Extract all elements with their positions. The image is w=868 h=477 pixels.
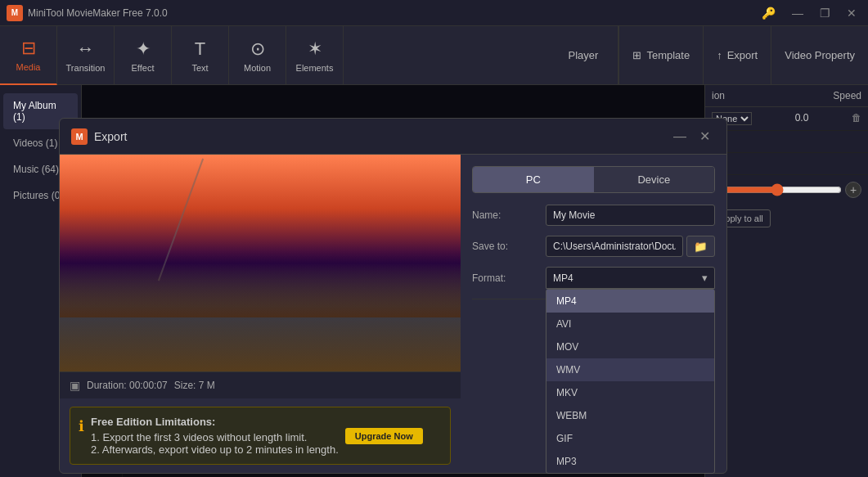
chevron-down-icon: ▾ bbox=[702, 272, 708, 284]
motion-icon: ⊙ bbox=[250, 38, 265, 60]
format-option-gif[interactable]: GIF bbox=[546, 427, 714, 450]
toolbar-motion[interactable]: ⊙ Motion bbox=[229, 26, 286, 85]
right-panel-row-3: 0.0 bbox=[705, 153, 868, 175]
toolbar-export[interactable]: ↑ Export bbox=[703, 26, 771, 84]
content-area: ↩ ↪ + ♪ ▣ Duration: 00:00:07 Size: 7 M + bbox=[82, 85, 704, 477]
app-icon: M bbox=[7, 5, 23, 21]
right-panel-header: ion Speed bbox=[705, 85, 868, 107]
notice-line1: 1. Export the first 3 videos without len… bbox=[91, 431, 339, 443]
toolbar-text[interactable]: T Text bbox=[172, 26, 229, 85]
toolbar-media-label: Media bbox=[16, 62, 41, 72]
format-row: Format: MP4 ▾ MP4 AVI MOV bbox=[472, 267, 715, 289]
modal-form-section: PC Device Name: Save to: bbox=[461, 155, 726, 473]
free-edition-notice: ℹ Free Edition Limitations: 1. Export th… bbox=[70, 407, 451, 465]
save-to-row: Save to: 📁 bbox=[472, 236, 715, 257]
modal-title-bar: M Export — ✕ bbox=[60, 119, 726, 155]
transition-icon: ↔ bbox=[77, 38, 95, 60]
toolbar-effect-label: Effect bbox=[132, 63, 155, 73]
format-selected-value: MP4 bbox=[553, 272, 702, 284]
toolbar-right-area: Player ⊞ Template ↑ Export Video Propert… bbox=[549, 26, 868, 84]
save-to-field: 📁 bbox=[546, 236, 715, 257]
tab-device[interactable]: Device bbox=[594, 167, 715, 192]
format-option-mp3[interactable]: MP3 bbox=[546, 450, 714, 473]
toolbar-template[interactable]: ⊞ Template bbox=[618, 26, 703, 84]
delete-icon[interactable]: 🗑 bbox=[852, 112, 861, 125]
format-option-mov[interactable]: MOV bbox=[546, 335, 714, 358]
modal-close-button[interactable]: ✕ bbox=[695, 127, 715, 146]
info-icon: ▣ bbox=[70, 379, 80, 392]
export-icon: ↑ bbox=[717, 49, 722, 61]
format-dropdown: MP4 AVI MOV WMV MKV WEBM GIF MP3 bbox=[546, 289, 715, 474]
export-tabs: PC Device bbox=[472, 166, 715, 193]
toolbar-transition[interactable]: ↔ Transition bbox=[57, 26, 115, 85]
modal-title: Export bbox=[94, 130, 668, 143]
format-option-webm[interactable]: WEBM bbox=[546, 404, 714, 427]
browse-folder-button[interactable]: 📁 bbox=[686, 236, 715, 257]
preview-duration: Duration: 00:00:07 bbox=[87, 380, 168, 391]
restore-icon[interactable]: ❐ bbox=[815, 5, 835, 21]
format-option-wmv[interactable]: WMV bbox=[546, 358, 714, 381]
name-label: Name: bbox=[472, 209, 546, 221]
main-toolbar: ⊟ Media ↔ Transition ✦ Effect T Text ⊙ M… bbox=[0, 26, 868, 85]
speed-slider-row: + bbox=[705, 175, 868, 205]
media-icon: ⊟ bbox=[21, 38, 36, 59]
template-icon: ⊞ bbox=[632, 49, 641, 61]
modal-body: ▣ Duration: 00:00:07 Size: 7 M ℹ Free Ed… bbox=[60, 155, 726, 473]
minimize-icon[interactable]: — bbox=[787, 5, 808, 21]
main-area: My Album (1) Videos (1) Music (64) Pictu… bbox=[0, 85, 868, 477]
right-panel: ion Speed None 0.0 🗑 0.0 0.0 + Apply to … bbox=[704, 85, 868, 477]
right-panel-col2: Speed bbox=[833, 90, 861, 101]
notice-content: Free Edition Limitations: 1. Export the … bbox=[91, 416, 339, 456]
close-icon[interactable]: ✕ bbox=[842, 5, 861, 21]
format-dropdown-container: MP4 ▾ MP4 AVI MOV WMV MKV bbox=[546, 267, 715, 289]
modal-preview-section: ▣ Duration: 00:00:07 Size: 7 M ℹ Free Ed… bbox=[60, 155, 461, 473]
app-title: MiniTool MovieMaker Free 7.0.0 bbox=[28, 7, 757, 19]
text-icon: T bbox=[195, 38, 205, 60]
toolbar-transition-label: Transition bbox=[66, 63, 106, 73]
settings-icon[interactable]: 🔑 bbox=[757, 5, 780, 21]
format-option-avi[interactable]: AVI bbox=[546, 313, 714, 335]
upgrade-button[interactable]: Upgrade Now bbox=[345, 428, 423, 444]
modal-overlay: M Export — ✕ bbox=[82, 85, 704, 477]
preview-image bbox=[60, 155, 461, 371]
preview-size: Size: 7 M bbox=[174, 380, 215, 391]
window-controls: 🔑 — ❐ ✕ bbox=[757, 5, 861, 21]
format-label: Format: bbox=[472, 272, 546, 284]
speed-slider[interactable] bbox=[712, 183, 842, 196]
add-speed-button[interactable]: + bbox=[845, 182, 861, 198]
modal-minimize-button[interactable]: — bbox=[668, 128, 691, 146]
title-bar: M MiniTool MovieMaker Free 7.0.0 🔑 — ❐ ✕ bbox=[0, 0, 868, 26]
effect-icon: ✦ bbox=[136, 38, 151, 60]
format-select-trigger[interactable]: MP4 ▾ bbox=[546, 267, 715, 289]
name-input[interactable] bbox=[546, 205, 715, 226]
right-panel-row-1: None 0.0 🗑 bbox=[705, 107, 868, 131]
notice-line2: 2. Afterwards, export video up to 2 minu… bbox=[91, 443, 339, 456]
toolbar-text-label: Text bbox=[191, 63, 208, 73]
save-to-input[interactable] bbox=[546, 236, 683, 257]
name-row: Name: bbox=[472, 205, 715, 226]
city-scene bbox=[60, 155, 461, 371]
elements-icon: ✶ bbox=[308, 38, 322, 60]
modal-icon: M bbox=[71, 128, 88, 145]
notice-title: Free Edition Limitations: bbox=[91, 416, 339, 428]
right-panel-speed-1: 0.0 bbox=[795, 112, 809, 125]
toolbar-motion-label: Motion bbox=[244, 63, 271, 73]
toolbar-media[interactable]: ⊟ Media bbox=[0, 26, 57, 85]
format-option-mp4[interactable]: MP4 bbox=[546, 290, 714, 313]
right-panel-col1: ion bbox=[712, 90, 725, 101]
tab-pc[interactable]: PC bbox=[473, 167, 594, 192]
modal-info-bar: ▣ Duration: 00:00:07 Size: 7 M bbox=[60, 371, 461, 398]
toolbar-player[interactable]: Player bbox=[549, 26, 619, 84]
right-panel-row-2: 0.0 bbox=[705, 131, 868, 153]
toolbar-elements[interactable]: ✶ Elements bbox=[286, 26, 344, 85]
format-option-mkv[interactable]: MKV bbox=[546, 381, 714, 404]
export-modal: M Export — ✕ bbox=[59, 118, 727, 474]
save-to-label: Save to: bbox=[472, 241, 546, 252]
toolbar-elements-label: Elements bbox=[296, 63, 334, 73]
toolbar-video-property[interactable]: Video Property bbox=[771, 26, 868, 84]
toolbar-effect[interactable]: ✦ Effect bbox=[115, 26, 172, 85]
notice-icon: ℹ bbox=[79, 417, 84, 435]
